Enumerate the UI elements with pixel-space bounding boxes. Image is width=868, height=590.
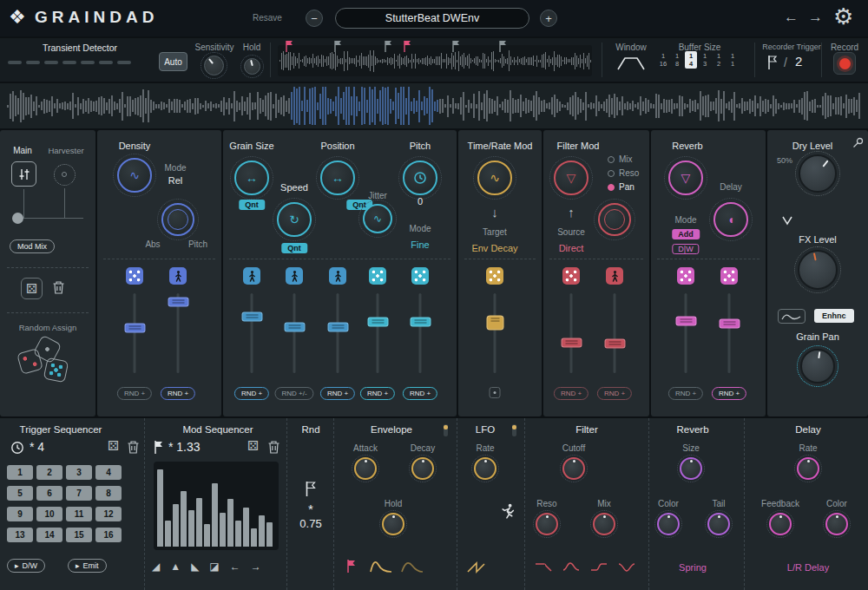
rnd-button[interactable]: RND +	[597, 387, 632, 400]
mod-seq-bar-2[interactable]	[165, 521, 171, 547]
mod-seq-bar-5[interactable]	[188, 510, 194, 547]
slider-handle[interactable]	[561, 338, 582, 348]
slider-track[interactable]	[494, 293, 496, 373]
filtermod-option-reso[interactable]: Reso	[608, 168, 639, 178]
mod-seq-bar-14[interactable]	[259, 515, 265, 547]
mod-seq-bar-9[interactable]	[220, 513, 226, 547]
mod-seq-rate[interactable]: * 1.33	[168, 440, 201, 454]
flag-outline-icon[interactable]	[305, 481, 317, 497]
grain-size-qnt-button[interactable]: Qnt	[239, 200, 265, 210]
mod-seq-bar-12[interactable]	[243, 508, 249, 547]
pitch-mode-value[interactable]: Fine	[411, 239, 429, 250]
trigger-step-6[interactable]: 6	[36, 486, 62, 501]
slider-track[interactable]	[134, 293, 136, 373]
slider-track[interactable]	[377, 293, 379, 373]
slider-handle[interactable]	[241, 311, 262, 321]
trigger-step-10[interactable]: 10	[36, 507, 62, 521]
trigger-dw-button[interactable]: ▸D/W	[7, 559, 45, 573]
source-value[interactable]: Direct	[559, 243, 584, 253]
slider-handle[interactable]	[719, 318, 740, 328]
highshelf-icon[interactable]	[589, 560, 610, 574]
rnd-button[interactable]: RND +	[320, 387, 355, 400]
main-waveform[interactable]	[7, 87, 861, 125]
reverb-tail-knob[interactable]	[707, 513, 730, 535]
reverbmod-delay-knob[interactable]: ◖	[713, 202, 748, 237]
person-icon[interactable]	[606, 267, 623, 285]
preset-name-field[interactable]: StutterBeat DWEnv	[335, 8, 529, 29]
dice-icon[interactable]	[486, 267, 503, 285]
transient-flag[interactable]	[498, 40, 508, 53]
dice-icon[interactable]	[720, 267, 738, 285]
auto-button[interactable]: Auto	[159, 52, 187, 71]
gear-icon[interactable]: ⚙	[833, 3, 853, 30]
trigger-step-12[interactable]: 12	[95, 507, 122, 521]
sensitivity-knob[interactable]	[204, 56, 224, 75]
slider-track[interactable]	[685, 293, 687, 373]
person-icon[interactable]	[169, 267, 187, 285]
filtermod-amount-knob[interactable]	[598, 203, 631, 236]
trash-icon[interactable]	[267, 440, 280, 455]
env-shape-icon[interactable]	[369, 559, 393, 574]
redo-icon[interactable]: →	[808, 9, 823, 26]
transient-flag[interactable]	[285, 40, 294, 53]
density-abs-pitch-knob[interactable]	[161, 203, 194, 236]
mod-seq-bar-11[interactable]	[235, 521, 241, 547]
rnd-button[interactable]: RND +	[161, 387, 195, 400]
slider-track[interactable]	[728, 293, 731, 373]
reverb-mode-value[interactable]: Spring	[679, 562, 707, 573]
slider-track[interactable]	[293, 293, 296, 373]
notch-icon[interactable]	[617, 560, 638, 574]
fx-shape-button[interactable]	[778, 309, 806, 324]
mod-seq-bar-6[interactable]	[196, 498, 202, 547]
rnd-button[interactable]: RND +	[117, 387, 152, 400]
mod-seq-bar-3[interactable]	[173, 504, 179, 547]
speed-knob[interactable]: ↻	[277, 202, 312, 237]
morph-slider-handle[interactable]	[12, 213, 23, 224]
trigger-step-1[interactable]: 1	[7, 465, 33, 480]
harvester-mode-button[interactable]	[54, 164, 76, 186]
person-icon[interactable]	[243, 267, 260, 285]
slider-handle[interactable]	[410, 318, 431, 327]
runner-icon[interactable]	[501, 503, 516, 520]
transient-flag[interactable]	[333, 40, 343, 53]
trigger-emit-button[interactable]: ▸Emit	[68, 559, 107, 573]
jitter-knob[interactable]: ∿	[363, 204, 392, 233]
reverb-color-knob[interactable]	[657, 513, 680, 535]
slider-handle[interactable]	[327, 322, 348, 331]
transient-threshold-meter[interactable]	[8, 61, 135, 64]
lfo-ramp-icon[interactable]	[466, 560, 487, 574]
mod-seq-bar-4[interactable]	[181, 491, 187, 547]
buffer-option-1-4[interactable]: 14	[685, 51, 697, 69]
slider-handle[interactable]	[604, 338, 625, 348]
record-button[interactable]	[833, 52, 856, 75]
random-shape-icon[interactable]: ◪	[209, 560, 219, 573]
buffer-option-1-2[interactable]: 12	[713, 51, 725, 69]
dry-level-knob[interactable]	[799, 154, 837, 193]
decay-knob[interactable]	[411, 457, 434, 480]
slider-handle[interactable]	[168, 298, 188, 307]
rnd-button[interactable]: RND +	[360, 387, 395, 400]
hold-knob[interactable]	[244, 58, 260, 75]
mod-seq-bar-7[interactable]	[204, 524, 210, 547]
dice-icon[interactable]	[126, 267, 143, 285]
env-hold-knob[interactable]	[382, 513, 404, 535]
recorder-waveform[interactable]	[278, 45, 592, 76]
mod-seq-bar-15[interactable]	[266, 522, 273, 547]
slider-track[interactable]	[419, 293, 422, 373]
feedback-knob[interactable]	[769, 513, 792, 535]
reverbmod-knob[interactable]: ▽	[668, 161, 703, 195]
dice-icon[interactable]	[677, 267, 694, 285]
buffer-waveform-strip[interactable]	[0, 83, 868, 128]
buffer-option-1-16[interactable]: 116	[657, 51, 669, 69]
resave-label[interactable]: Resave	[253, 13, 282, 23]
rnd-value[interactable]: 0.75	[299, 517, 321, 530]
grain-pan-knob[interactable]	[800, 349, 835, 384]
fx-level-knob[interactable]	[798, 250, 838, 290]
dice-icon[interactable]: ⚄	[247, 438, 259, 454]
slider-handle[interactable]	[367, 318, 388, 327]
mod-seq-bar-13[interactable]	[251, 528, 257, 547]
rnd-button[interactable]: RND +	[554, 387, 589, 400]
density-mode-value[interactable]: Rel	[168, 175, 183, 186]
mod-seq-bar-1[interactable]	[157, 469, 163, 547]
dice-icon[interactable]	[562, 267, 580, 285]
